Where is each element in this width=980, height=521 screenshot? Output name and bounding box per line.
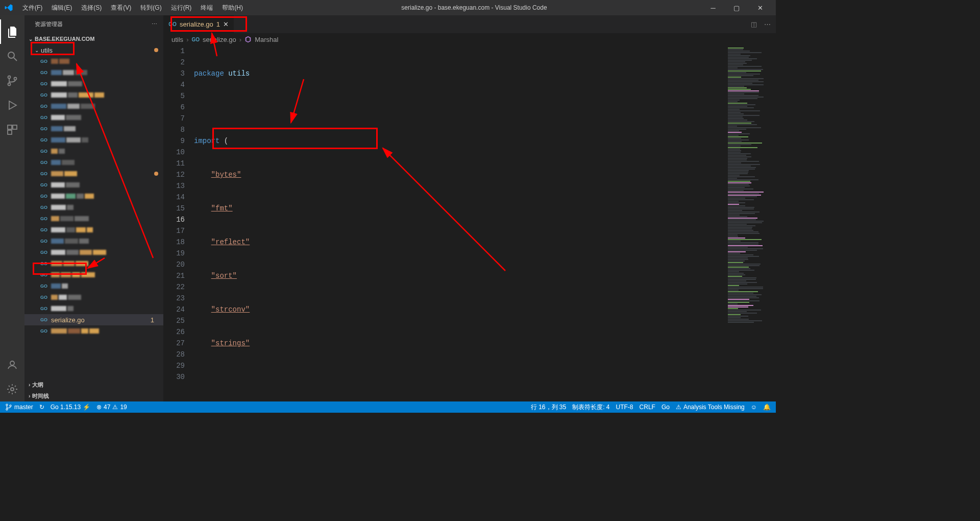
tree-file[interactable]: GO bbox=[24, 247, 163, 258]
notifications-status[interactable]: 🔔 bbox=[763, 404, 771, 411]
menu-terminal[interactable]: 终端 bbox=[197, 2, 217, 14]
accounts-activity[interactable] bbox=[0, 352, 24, 377]
eol-status[interactable]: CRLF bbox=[640, 404, 655, 411]
menu-file[interactable]: 文件(F) bbox=[18, 2, 46, 14]
go-file-icon: GO bbox=[40, 227, 48, 232]
search-icon bbox=[6, 50, 18, 62]
tree-file[interactable]: GO bbox=[24, 168, 163, 179]
tree-file[interactable]: GO bbox=[24, 292, 163, 303]
go-file-icon: GO bbox=[40, 317, 48, 322]
split-editor-icon[interactable]: ◫ bbox=[751, 20, 757, 28]
svg-rect-5 bbox=[8, 125, 12, 129]
tree-file[interactable]: GO bbox=[24, 112, 163, 123]
tree-file[interactable]: GO bbox=[24, 89, 163, 101]
code-editor[interactable]: 1234567891011121314151617181920212223242… bbox=[163, 45, 776, 401]
tree-file[interactable]: GO bbox=[24, 280, 163, 292]
menu-bar: 文件(F) 编辑(E) 选择(S) 查看(V) 转到(G) 运行(R) 终端 帮… bbox=[18, 2, 247, 14]
breadcrumb[interactable]: utils › GO serialize.go › Marshal bbox=[163, 33, 776, 45]
tree-file[interactable]: GO bbox=[24, 67, 163, 78]
menu-edit[interactable]: 编辑(E) bbox=[47, 2, 76, 14]
settings-activity[interactable] bbox=[0, 377, 24, 401]
sync-status[interactable]: ↻ bbox=[39, 404, 44, 411]
tree-file[interactable]: GO bbox=[24, 303, 163, 314]
go-file-icon: GO bbox=[40, 70, 48, 75]
code-content[interactable]: package utils import ( "bytes" "fmt" "re… bbox=[194, 45, 725, 401]
go-file-icon: GO bbox=[40, 149, 48, 154]
tabs: GO serialize.go 1 ✕ ◫ ⋯ bbox=[163, 15, 776, 33]
svg-point-10 bbox=[6, 404, 8, 406]
go-file-icon: GO bbox=[40, 328, 48, 334]
tree-file[interactable]: GO bbox=[24, 213, 163, 224]
go-file-icon: GO bbox=[40, 160, 48, 165]
tree-file[interactable]: GO bbox=[24, 157, 163, 168]
menu-selection[interactable]: 选择(S) bbox=[77, 2, 106, 14]
menu-run[interactable]: 运行(R) bbox=[167, 2, 196, 14]
go-file-icon: GO bbox=[40, 205, 48, 210]
maximize-button[interactable]: ▢ bbox=[725, 0, 748, 15]
tree-file[interactable]: GO bbox=[24, 179, 163, 191]
warning-icon: ⚠ bbox=[112, 404, 118, 411]
encoding-status[interactable]: UTF-8 bbox=[616, 404, 633, 411]
tree-file[interactable]: GO bbox=[24, 78, 163, 89]
tree-file[interactable]: GO bbox=[24, 134, 163, 146]
tree-file[interactable]: GO bbox=[24, 123, 163, 134]
tree-file[interactable]: GO bbox=[24, 258, 163, 269]
menu-help[interactable]: 帮助(H) bbox=[218, 2, 247, 14]
modified-dot-icon bbox=[154, 172, 158, 176]
feedback-status[interactable]: ☺ bbox=[751, 404, 757, 411]
sidebar: 资源管理器 ⋯ ⌄ BASE.EKEGUAN.COM ⌄ utils GOGOG… bbox=[24, 15, 163, 401]
problems-status[interactable]: ⊗47 ⚠19 bbox=[96, 404, 127, 411]
sync-icon: ↻ bbox=[39, 404, 44, 411]
go-file-icon: GO bbox=[40, 283, 48, 289]
menu-view[interactable]: 查看(V) bbox=[107, 2, 135, 14]
tree-file[interactable]: GO bbox=[24, 146, 163, 157]
window-controls: ─ ▢ ✕ bbox=[701, 0, 772, 15]
cursor-position[interactable]: 行 16，列 35 bbox=[531, 403, 566, 412]
scm-activity[interactable] bbox=[0, 68, 24, 93]
gear-icon bbox=[6, 383, 18, 395]
file-tree[interactable]: ⌄ utils GOGOGOGOGOGOGOGOGOGOGOGOGOGOGOGO… bbox=[24, 44, 163, 379]
tree-file[interactable]: GO bbox=[24, 191, 163, 202]
minimap[interactable] bbox=[725, 45, 776, 401]
go-file-icon: GO bbox=[40, 115, 48, 120]
go-version-status[interactable]: Go 1.15.13 ⚡ bbox=[51, 404, 90, 411]
menu-go[interactable]: 转到(G) bbox=[136, 2, 165, 14]
go-file-icon: GO bbox=[40, 194, 48, 199]
go-file-icon: GO bbox=[40, 295, 48, 300]
go-file-icon: GO bbox=[40, 239, 48, 244]
go-file-icon: GO bbox=[40, 92, 48, 98]
sidebar-title: 资源管理器 ⋯ bbox=[24, 15, 163, 33]
account-icon bbox=[6, 359, 18, 371]
tree-file[interactable]: GO bbox=[24, 235, 163, 247]
more-icon[interactable]: ⋯ bbox=[152, 21, 157, 28]
more-actions-icon[interactable]: ⋯ bbox=[764, 20, 771, 28]
project-header[interactable]: ⌄ BASE.EKEGUAN.COM bbox=[24, 33, 163, 44]
tree-file-serialize[interactable]: GOserialize.go1 bbox=[24, 314, 163, 325]
go-file-icon: GO bbox=[40, 59, 48, 64]
tree-file[interactable]: GO bbox=[24, 325, 163, 337]
explorer-activity[interactable] bbox=[0, 19, 24, 44]
svg-point-0 bbox=[8, 52, 14, 58]
folder-utils[interactable]: ⌄ utils bbox=[24, 44, 163, 56]
outline-header[interactable]: › 大纲 bbox=[24, 379, 163, 390]
indentation-status[interactable]: 制表符长度: 4 bbox=[572, 403, 609, 412]
tree-file[interactable]: GO bbox=[24, 56, 163, 67]
analysis-status[interactable]: ⚠ Analysis Tools Missing bbox=[676, 404, 745, 411]
timeline-header[interactable]: › 时间线 bbox=[24, 390, 163, 401]
minimize-button[interactable]: ─ bbox=[701, 0, 725, 15]
go-file-icon: GO bbox=[40, 250, 48, 255]
language-status[interactable]: Go bbox=[662, 404, 670, 411]
tree-file[interactable]: GO bbox=[24, 224, 163, 235]
search-activity[interactable] bbox=[0, 44, 24, 68]
git-branch-status[interactable]: master bbox=[5, 404, 33, 411]
tree-file[interactable]: GO bbox=[24, 269, 163, 280]
close-button[interactable]: ✕ bbox=[748, 0, 772, 15]
extensions-activity[interactable] bbox=[0, 117, 24, 142]
close-icon[interactable]: ✕ bbox=[223, 20, 229, 28]
tree-file[interactable]: GO bbox=[24, 101, 163, 112]
svg-rect-6 bbox=[13, 125, 17, 129]
go-file-icon: GO bbox=[168, 21, 177, 27]
tree-file[interactable]: GO bbox=[24, 202, 163, 213]
tab-serialize[interactable]: GO serialize.go 1 ✕ bbox=[163, 15, 234, 33]
debug-activity[interactable] bbox=[0, 93, 24, 117]
